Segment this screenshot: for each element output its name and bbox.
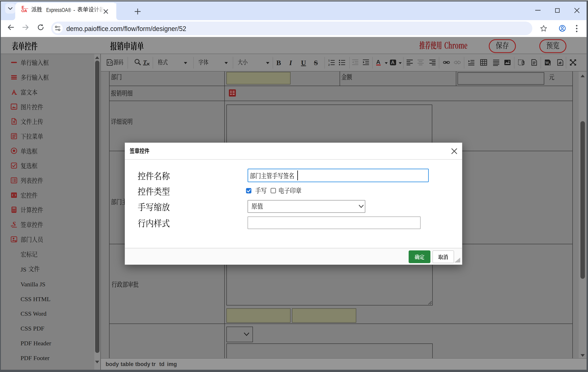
svg-text:T: T: [143, 59, 147, 65]
svg-text:W: W: [546, 61, 549, 65]
svg-text:2: 2: [328, 63, 330, 66]
svg-text:1: 1: [328, 59, 330, 62]
svg-text:A: A: [376, 59, 380, 65]
svg-text:S: S: [12, 221, 16, 227]
svg-text:A: A: [391, 60, 394, 65]
